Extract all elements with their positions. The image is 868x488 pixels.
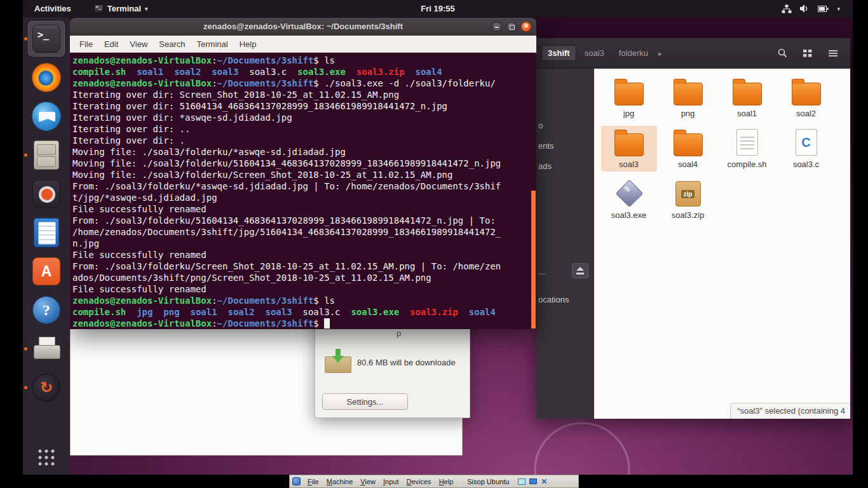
battery-icon	[818, 5, 829, 13]
file-item-soal3.zip[interactable]: zipsoal3.zip	[660, 177, 716, 222]
minimize-button[interactable]	[492, 22, 502, 32]
window-title: zenados@zenados-VirtualBox: ~/Documents/…	[203, 22, 403, 31]
vbox-menubar: FileMachineViewInputDevicesHelp	[304, 478, 457, 485]
maximize-button[interactable]	[506, 22, 517, 32]
vbox-menu-file[interactable]: File	[304, 478, 323, 485]
file-item-soal3[interactable]: soal3	[601, 126, 657, 172]
terminal-window: zenados@zenados-VirtualBox: ~/Documents/…	[70, 18, 536, 329]
file-item-soal2[interactable]: soal2	[778, 75, 834, 121]
search-button[interactable]	[773, 45, 792, 62]
dock-item-thunderbird[interactable]	[28, 98, 65, 134]
show-applications-icon[interactable]	[37, 448, 56, 467]
virtualbox-menubar: FileMachineViewInputDevicesHelp Sisop Ub…	[289, 475, 579, 488]
menu-file[interactable]: File	[74, 36, 98, 53]
file-grid: jpgpngsoal1soal2soal3soal4compile.shsoal…	[599, 75, 836, 222]
software-updater-icon	[32, 374, 60, 402]
path-overflow-icon[interactable]	[656, 48, 664, 58]
exe-file-icon	[615, 179, 643, 207]
vbox-window-indicator-icon[interactable]	[518, 478, 526, 485]
volume-icon	[800, 4, 810, 13]
sidebar-item-fragment[interactable]: ocations	[538, 295, 569, 304]
folder-icon	[733, 83, 762, 105]
menu-search[interactable]: Search	[153, 36, 191, 53]
terminal-output[interactable]: zenados@zenados-VirtualBox:~/Documents/3…	[70, 53, 536, 329]
file-item-compile.sh[interactable]: compile.sh	[719, 126, 775, 172]
c-file-icon	[796, 129, 817, 156]
vm-name-label: Sisop Ubuntu	[467, 478, 509, 485]
dock-item-software-updater[interactable]	[28, 370, 65, 405]
file-item-png[interactable]: png	[660, 75, 716, 121]
dock-item-ubuntu-software[interactable]	[28, 254, 65, 289]
firefox-icon	[32, 63, 61, 92]
vbox-menu-machine[interactable]: Machine	[323, 478, 357, 485]
path-button-folderku[interactable]: folderku	[613, 45, 654, 61]
vbox-menu-input[interactable]: Input	[379, 478, 402, 485]
dock-item-firefox[interactable]	[28, 60, 65, 95]
file-item-jpg[interactable]: jpg	[601, 75, 657, 121]
eject-button[interactable]	[572, 263, 588, 278]
ubuntu-emblem	[512, 416, 652, 475]
rhythmbox-icon	[32, 180, 60, 208]
terminal-titlebar[interactable]: zenados@zenados-VirtualBox: ~/Documents/…	[70, 18, 536, 36]
sidebar-item-fragment[interactable]: o	[538, 121, 543, 130]
files-headerbar: 3shiftsoal3folderku	[536, 38, 850, 69]
files-content[interactable]: jpgpngsoal1soal2soal3soal4compile.shsoal…	[594, 69, 850, 419]
path-button-3shift[interactable]: 3shift	[541, 45, 576, 61]
hamburger-icon	[828, 48, 838, 58]
menu-terminal[interactable]: Terminal	[191, 36, 234, 53]
sidebar-item-fragment[interactable]: ...	[538, 267, 545, 276]
folder-icon	[792, 83, 821, 105]
chevron-down-icon: ▾	[145, 6, 148, 12]
terminal-scrollbar[interactable]	[531, 191, 536, 329]
view-toggle-button[interactable]	[798, 45, 817, 62]
dock-item-help[interactable]	[28, 292, 65, 328]
folder-icon	[614, 133, 644, 156]
dock-item-printer[interactable]	[28, 331, 65, 367]
vbox-indicators	[518, 478, 547, 485]
vbox-close-icon[interactable]	[541, 478, 547, 485]
vbox-menu-help[interactable]: Help	[435, 478, 458, 485]
file-item-soal3.c[interactable]: soal3.c	[778, 126, 834, 172]
vbox-menu-view[interactable]: View	[356, 478, 379, 485]
terminal-menubar: FileEditViewSearchTerminalHelp	[70, 36, 536, 53]
file-item-soal4[interactable]: soal4	[660, 126, 716, 172]
system-status-area[interactable]: ▾	[782, 4, 840, 13]
path-bar: 3shiftsoal3folderku	[541, 45, 664, 61]
running-indicator	[24, 386, 27, 390]
file-item-soal3.exe[interactable]: soal3.exe	[601, 177, 657, 222]
running-indicator	[24, 154, 27, 157]
activities-button[interactable]: Activities	[34, 4, 71, 13]
clock[interactable]: Fri 19:55	[421, 4, 454, 13]
app-menu[interactable]: Terminal ▾	[94, 4, 148, 13]
settings-button[interactable]: Settings...	[322, 393, 408, 410]
dock-item-files[interactable]	[28, 137, 65, 173]
menu-view[interactable]: View	[124, 36, 153, 53]
text-file-icon	[736, 129, 758, 156]
running-indicator	[24, 37, 27, 41]
vbox-display-indicator-icon[interactable]	[529, 478, 537, 484]
top-bar: Activities Terminal ▾ Fri 19:55 ▾	[23, 0, 853, 17]
window-controls	[492, 22, 531, 32]
printer-icon	[32, 336, 60, 362]
sidebar-item-fragment[interactable]: ads	[538, 161, 552, 171]
search-icon	[777, 48, 788, 58]
file-item-soal1[interactable]: soal1	[719, 75, 775, 121]
files-sidebar: oentsads...ocations	[536, 69, 594, 419]
folder-icon	[674, 133, 703, 156]
sidebar-item-fragment[interactable]: ents	[538, 141, 554, 151]
running-indicator	[24, 348, 27, 351]
folder-icon	[674, 83, 703, 105]
clipped-dialog-text: p	[397, 329, 401, 338]
dock-item-terminal[interactable]	[28, 21, 65, 57]
menu-edit[interactable]: Edit	[98, 36, 124, 53]
menu-help[interactable]: Help	[234, 36, 262, 53]
app-menu-label: Terminal	[107, 4, 141, 13]
dock-item-rhythmbox[interactable]	[28, 176, 65, 212]
vbox-menu-devices[interactable]: Devices	[402, 478, 435, 485]
close-button[interactable]	[521, 22, 531, 32]
dock-item-libreoffice-writer[interactable]	[28, 215, 65, 250]
system-chevron-down-icon: ▾	[837, 6, 840, 12]
menu-button[interactable]	[824, 45, 843, 62]
dock	[23, 17, 70, 475]
path-button-soal3[interactable]: soal3	[578, 45, 611, 61]
